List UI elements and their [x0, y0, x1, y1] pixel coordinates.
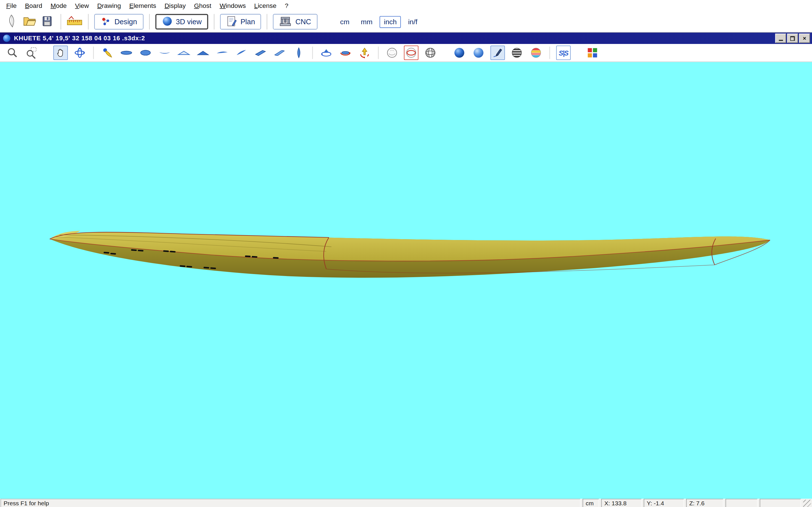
- sphere-wireframe-icon[interactable]: [423, 46, 438, 60]
- rotate-vertical-arrow-icon[interactable]: [357, 46, 371, 60]
- slanted-crescent-icon[interactable]: [234, 46, 248, 60]
- zoom-icon[interactable]: [5, 46, 19, 60]
- front-triangle-filled-icon[interactable]: [196, 46, 210, 60]
- resize-grip[interactable]: [803, 499, 811, 507]
- rotate-red-ring-icon[interactable]: [338, 46, 352, 60]
- vertical-outline-icon[interactable]: [292, 46, 306, 60]
- menubar: File Board Mode View Drawing Elements Di…: [0, 0, 812, 11]
- status-empty-2: [760, 499, 801, 507]
- ruler-icon: [67, 15, 82, 29]
- restore-button[interactable]: [787, 34, 798, 43]
- color-grid-icon[interactable]: [585, 46, 600, 60]
- 3d-view-button[interactable]: 3D view: [155, 14, 208, 30]
- surfboard-3d-render: [0, 62, 812, 499]
- unit-cm[interactable]: cm: [336, 16, 354, 27]
- open-button[interactable]: [20, 13, 38, 30]
- s-slash-s-icon[interactable]: S|S: [556, 46, 571, 60]
- menu-file[interactable]: File: [2, 1, 20, 10]
- menu-license[interactable]: License: [250, 1, 281, 10]
- main-toolbar: Design 3D view Plan CNC cm mm inch: [0, 11, 812, 32]
- menu-ghost[interactable]: Ghost: [190, 1, 216, 10]
- outline-ellipse-wide-icon[interactable]: [119, 46, 133, 60]
- cnc-machine-icon: [280, 15, 292, 28]
- document-window: KHUETE 5,4' 19,5' 32 158 04 03 16 .s3dx:…: [0, 32, 812, 499]
- status-y-coordinate: Y: -1.4: [644, 499, 684, 507]
- open-folder-icon: [22, 15, 37, 29]
- rocker-curve-icon[interactable]: [157, 46, 172, 60]
- slanted-board-round-icon[interactable]: [272, 46, 287, 60]
- close-button[interactable]: ×: [799, 34, 810, 43]
- status-help-text: Press F1 for help: [1, 499, 580, 507]
- unit-selector: cm mm inch in/f: [336, 16, 422, 27]
- cnc-button[interactable]: CNC: [273, 14, 317, 30]
- pan-hand-icon[interactable]: [53, 46, 68, 60]
- surfboard-outline-icon: [6, 14, 18, 30]
- plan-button-label: Plan: [241, 17, 255, 25]
- unit-mm[interactable]: mm: [357, 16, 377, 27]
- sphere-rainbow-icon[interactable]: [529, 46, 543, 60]
- toolbar-separator: [61, 14, 61, 30]
- toolbar-separator: [149, 14, 149, 30]
- color-grid-swatches: [588, 48, 597, 57]
- toolbar-separator: [267, 14, 267, 30]
- document-sphere-icon: [3, 35, 10, 42]
- save-icon: [41, 15, 53, 29]
- app-window: File Board Mode View Drawing Elements Di…: [0, 0, 812, 507]
- measurements-button[interactable]: [66, 13, 83, 30]
- save-button[interactable]: [38, 13, 56, 30]
- menu-board[interactable]: Board: [21, 1, 47, 10]
- statusbar: Press F1 for help cm X: 133.8 Y: -1.4 Z:…: [0, 499, 812, 507]
- new-board-button[interactable]: [3, 13, 20, 30]
- slanted-board-icon[interactable]: [253, 46, 267, 60]
- status-empty-1: [725, 499, 758, 507]
- unit-inch[interactable]: inch: [380, 16, 401, 27]
- 3d-view-button-label: 3D view: [176, 17, 202, 25]
- sphere-3d-icon: [162, 16, 172, 27]
- menu-help[interactable]: ?: [281, 1, 292, 10]
- unit-inf[interactable]: in/f: [404, 16, 421, 27]
- document-titlebar[interactable]: KHUETE 5,4' 19,5' 32 158 04 03 16 .s3dx:…: [0, 33, 812, 44]
- sphere-plain-icon[interactable]: [385, 46, 399, 60]
- design-button-label: Design: [114, 17, 137, 25]
- zoom-window-icon[interactable]: [24, 46, 39, 60]
- close-icon: ×: [803, 36, 806, 41]
- minimize-icon: [779, 40, 783, 41]
- sphere-blue-dark-icon[interactable]: [452, 46, 466, 60]
- rotate-triangle-ring-icon[interactable]: [319, 46, 333, 60]
- canvas-3d-view[interactable]: [0, 62, 812, 499]
- side-crescent-icon[interactable]: [215, 46, 229, 60]
- ss-glyph: S|S: [559, 49, 568, 57]
- design-button[interactable]: Design: [94, 14, 143, 30]
- cnc-button-label: CNC: [296, 17, 311, 25]
- minimize-button[interactable]: [775, 34, 786, 43]
- plan-button[interactable]: Plan: [220, 14, 261, 30]
- rotate-3d-icon[interactable]: [72, 46, 87, 60]
- front-triangle-outline-icon[interactable]: [176, 46, 191, 60]
- sphere-red-ring-icon[interactable]: [404, 46, 418, 60]
- menu-windows[interactable]: Windows: [215, 1, 250, 10]
- view-toolbar: S|S: [0, 44, 812, 62]
- outline-ellipse-icon[interactable]: [138, 46, 153, 60]
- light-drop-icon[interactable]: [100, 46, 114, 60]
- status-z-coordinate: Z: 7.6: [686, 499, 723, 507]
- pen-draw-icon[interactable]: [490, 46, 505, 60]
- menu-elements[interactable]: Elements: [125, 1, 160, 10]
- design-nodes-icon: [100, 16, 111, 27]
- menu-view[interactable]: View: [71, 1, 93, 10]
- sphere-blue-light-icon[interactable]: [471, 46, 486, 60]
- toolbar-separator: [214, 14, 214, 30]
- document-title: KHUETE 5,4' 19,5' 32 158 04 03 16 .s3dx:…: [14, 35, 774, 42]
- status-x-coordinate: X: 133.8: [601, 499, 642, 507]
- status-unit: cm: [582, 499, 599, 507]
- plan-sheet-icon: [226, 15, 237, 28]
- menu-drawing[interactable]: Drawing: [93, 1, 125, 10]
- menu-mode[interactable]: Mode: [46, 1, 71, 10]
- toolbar-separator: [88, 14, 89, 30]
- menu-display[interactable]: Display: [160, 1, 190, 10]
- sphere-striped-icon[interactable]: [509, 46, 524, 60]
- restore-icon: [790, 36, 795, 41]
